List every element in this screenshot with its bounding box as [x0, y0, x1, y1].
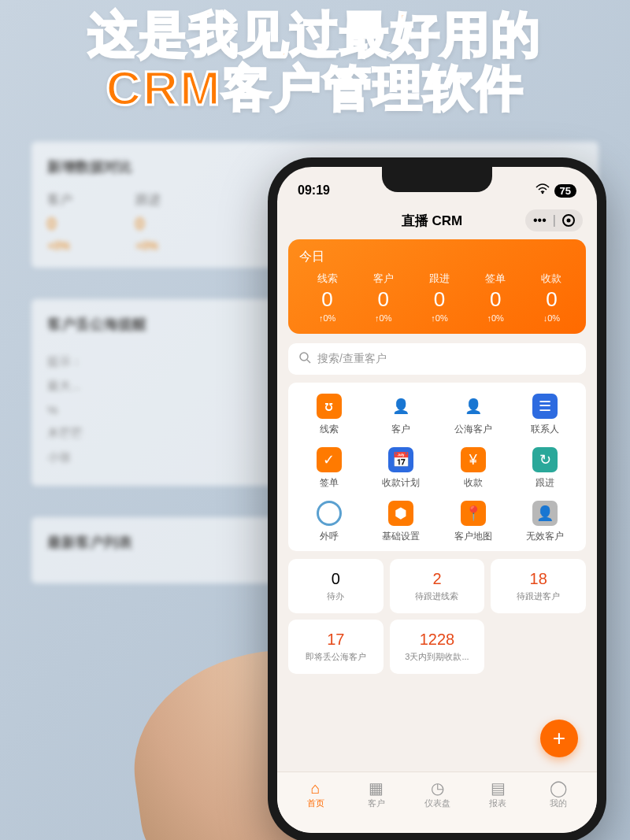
tab-home[interactable]: ⌂首页 [285, 779, 346, 816]
dashboard-icon: ◷ [406, 779, 467, 797]
search-input[interactable]: 搜索/查重客户 [288, 343, 586, 375]
tab-customers[interactable]: ▦客户 [346, 779, 406, 816]
phone-notch [382, 167, 492, 192]
menu-followup[interactable]: ↻跟进 [510, 447, 582, 490]
menu-customers[interactable]: 👤客户 [365, 394, 438, 436]
person-icon: ◯ [528, 779, 589, 797]
search-icon [299, 352, 311, 366]
menu-customer-map[interactable]: 📍客户地图 [437, 501, 510, 543]
status-time: 09:19 [298, 183, 330, 198]
more-icon[interactable]: ••• [533, 214, 547, 227]
title-bar-actions[interactable]: ••• | [525, 209, 583, 231]
menu-public-customers[interactable]: 👤公海客户 [437, 394, 510, 436]
wifi-icon [536, 183, 550, 198]
tab-dashboard[interactable]: ◷仪表盘 [406, 779, 467, 816]
today-col-contract[interactable]: 签单 0 ↑0% [468, 272, 524, 323]
today-label: 今日 [299, 249, 580, 265]
payment-plan-icon: 📅 [388, 447, 413, 472]
menu-payment[interactable]: ¥收款 [437, 447, 510, 490]
promo-headline: 这是我见过最好用的 CRM客户管理软件 [0, 8, 630, 115]
phone-screen: 09:19 75 直播 CRM ••• | 今日 线索 0 [277, 167, 597, 833]
svg-point-0 [541, 192, 543, 194]
stat-cards: 0待办 2待跟进线索 18待跟进客户 17即将丢公海客户 12283天内到期收款… [288, 559, 586, 674]
bg-metric2-pct: +0% [135, 239, 161, 252]
close-mini-icon[interactable] [562, 214, 575, 227]
bg-metric1-pct: +0% [47, 239, 72, 252]
tab-mine[interactable]: ◯我的 [528, 779, 589, 816]
stat-pending-leads[interactable]: 2待跟进线索 [390, 559, 485, 613]
phone-frame: 09:19 75 直播 CRM ••• | 今日 线索 0 [268, 157, 606, 840]
app-title: 直播 CRM [402, 212, 462, 230]
today-col-payment[interactable]: 收款 0 ↓0% [524, 272, 580, 323]
stat-todo[interactable]: 0待办 [288, 559, 384, 613]
contacts-icon: ☰ [532, 394, 558, 419]
bg-metric2-label: 跟进 [135, 192, 161, 209]
today-panel[interactable]: 今日 线索 0 ↑0% 客户 0 ↑0% 跟进 0 ↑0% [288, 239, 586, 334]
battery-indicator: 75 [554, 184, 576, 198]
menu-invalid-customer[interactable]: 👤无效客户 [510, 501, 582, 543]
customer-icon: 👤 [388, 394, 413, 419]
svg-line-2 [307, 360, 310, 363]
settings-icon: ⬢ [388, 501, 413, 526]
map-pin-icon: 📍 [461, 501, 486, 526]
outbound-icon [317, 501, 342, 526]
bg-metric1-label: 客户 [47, 192, 72, 209]
search-placeholder: 搜索/查重客户 [317, 352, 387, 366]
menu-grid: ʊ线索 👤客户 👤公海客户 ☰联系人 ✓签单 📅收款计划 ¥收款 ↻跟进 外呼 … [288, 383, 586, 551]
bg-metric2-value: 0 [135, 215, 161, 233]
menu-contacts[interactable]: ☰联系人 [510, 394, 582, 436]
menu-contract[interactable]: ✓签单 [293, 447, 365, 490]
tab-reports[interactable]: ▤报表 [468, 779, 528, 816]
menu-outbound[interactable]: 外呼 [293, 501, 365, 543]
svg-point-1 [300, 353, 308, 361]
today-col-customers[interactable]: 客户 0 ↑0% [355, 272, 411, 323]
today-col-followup[interactable]: 跟进 0 ↑0% [411, 272, 467, 323]
invalid-customer-icon: 👤 [532, 501, 558, 526]
payment-icon: ¥ [461, 447, 486, 472]
public-customer-icon: 👤 [461, 394, 486, 419]
bottom-tab-bar: ⌂首页 ▦客户 ◷仪表盘 ▤报表 ◯我的 [277, 772, 597, 833]
plus-icon: + [553, 726, 565, 751]
menu-leads[interactable]: ʊ线索 [293, 394, 365, 436]
stat-pending-customers[interactable]: 18待跟进客户 [491, 559, 586, 613]
report-icon: ▤ [468, 779, 528, 797]
add-fab-button[interactable]: + [540, 720, 578, 757]
stat-losing-public[interactable]: 17即将丢公海客户 [288, 620, 384, 674]
home-icon: ⌂ [285, 779, 346, 797]
stat-due-payment[interactable]: 12283天内到期收款... [390, 620, 485, 674]
leads-icon: ʊ [317, 394, 342, 419]
menu-settings[interactable]: ⬢基础设置 [365, 501, 438, 543]
bg-metric1-value: 0 [47, 215, 72, 233]
today-col-leads[interactable]: 线索 0 ↑0% [299, 272, 355, 323]
followup-icon: ↻ [532, 447, 558, 472]
contract-icon: ✓ [317, 447, 342, 472]
menu-payment-plan[interactable]: 📅收款计划 [365, 447, 438, 490]
grid-icon: ▦ [346, 779, 406, 797]
app-title-bar: 直播 CRM ••• | [277, 205, 597, 239]
